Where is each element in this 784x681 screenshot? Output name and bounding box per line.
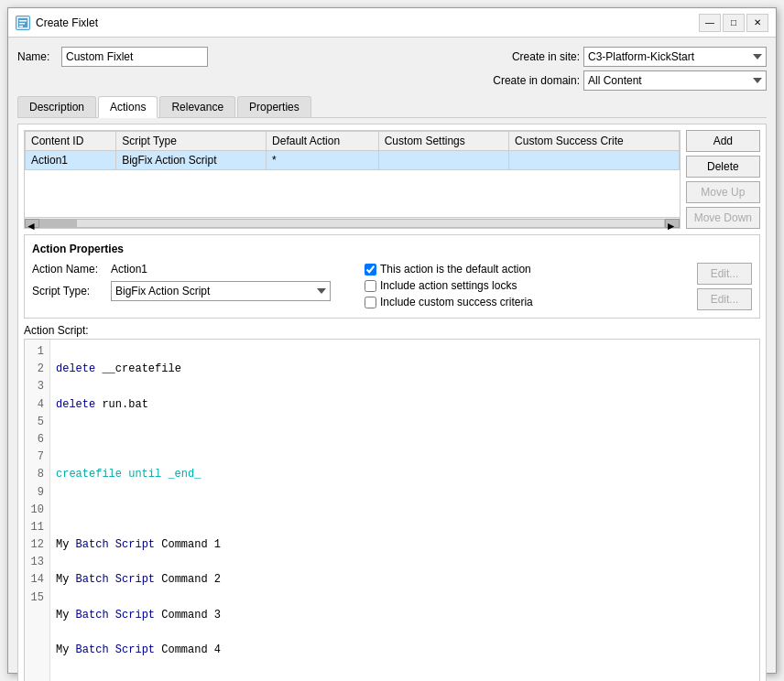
settings-locks-row: Include action settings locks — [365, 279, 688, 292]
name-input[interactable] — [61, 47, 208, 67]
script-content: 1 2 3 4 5 6 7 8 9 10 11 12 13 — [25, 340, 759, 681]
script-line-7: My Batch Script Command 2 — [56, 571, 754, 589]
props-inner: Action Name: Action1 Script Type: BigFix… — [32, 263, 752, 310]
settings-locks-label: Include action settings locks — [380, 279, 517, 292]
tab-description[interactable]: Description — [17, 96, 96, 117]
default-action-row: This action is the default action — [365, 263, 688, 276]
script-type-label: Script Type: — [32, 285, 105, 297]
line-numbers: 1 2 3 4 5 6 7 8 9 10 11 12 13 — [25, 340, 50, 681]
action-name-value: Action1 — [111, 263, 147, 276]
actions-table-area: Content ID Script Type Default Action Cu… — [24, 130, 760, 229]
scroll-right-btn[interactable]: ► — [665, 219, 680, 228]
move-up-button[interactable]: Move Up — [686, 181, 760, 203]
window-icon — [16, 16, 30, 30]
col-content-id: Content ID — [26, 132, 116, 151]
script-type-select[interactable]: BigFix Action Script AppleScript Shell S… — [111, 281, 331, 301]
cell-custom-settings — [378, 151, 508, 170]
hscroll-track[interactable] — [39, 219, 665, 228]
svg-rect-3 — [19, 26, 23, 27]
svg-rect-2 — [19, 23, 25, 25]
action-properties-title: Action Properties — [32, 243, 752, 255]
top-row: Name: Create in site: C3-Platform-KickSt… — [17, 47, 767, 91]
action-name-label: Action Name: — [32, 263, 105, 276]
side-buttons: Add Delete Move Up Move Down — [686, 130, 760, 229]
site-domain-area: Create in site: C3-Platform-KickStart Cr… — [488, 47, 767, 91]
create-in-domain-label: Create in domain: — [488, 74, 580, 87]
cell-custom-success — [509, 151, 680, 170]
script-line-9: My Batch Script Command 4 — [56, 642, 754, 659]
table-row[interactable]: Action1 BigFix Action Script * — [26, 151, 680, 170]
script-text[interactable]: delete __createfile delete run.bat creat… — [50, 340, 759, 681]
main-panel: Content ID Script Type Default Action Cu… — [17, 124, 767, 681]
script-line-5 — [56, 502, 754, 519]
create-in-site-label: Create in site: — [488, 50, 580, 63]
script-line-3 — [56, 431, 754, 449]
success-criteria-label: Include custom success criteria — [380, 296, 533, 308]
title-bar: Create Fixlet — □ ✕ — [8, 8, 776, 38]
tab-bar: Description Actions Relevance Properties — [17, 96, 767, 118]
cell-script-type: BigFix Action Script — [116, 151, 267, 170]
edit-button-1[interactable]: Edit... — [697, 263, 752, 285]
maximize-button[interactable]: □ — [723, 14, 745, 32]
success-criteria-checkbox[interactable] — [365, 297, 376, 308]
col-script-type: Script Type — [116, 132, 267, 151]
action-script-label: Action Script: — [24, 324, 760, 337]
hscroll-thumb — [40, 220, 77, 227]
script-line-4: createfile until _end_ — [56, 466, 754, 483]
name-label: Name: — [17, 50, 54, 63]
script-line-10 — [56, 677, 754, 681]
props-edit-buttons: Edit... Edit... — [697, 263, 752, 310]
props-left: Action Name: Action1 Script Type: BigFix… — [32, 263, 355, 310]
main-window: Create Fixlet — □ ✕ Name: Create in site… — [7, 7, 777, 674]
action-properties: Action Properties Action Name: Action1 S… — [24, 234, 760, 319]
delete-button[interactable]: Delete — [686, 156, 760, 178]
default-action-label: This action is the default action — [380, 263, 531, 276]
default-action-checkbox[interactable] — [365, 264, 376, 276]
script-editor[interactable]: 1 2 3 4 5 6 7 8 9 10 11 12 13 — [24, 339, 760, 681]
settings-locks-checkbox[interactable] — [365, 280, 376, 292]
title-bar-controls: — □ ✕ — [699, 14, 768, 32]
tab-actions[interactable]: Actions — [98, 96, 158, 118]
table-wrapper: Content ID Script Type Default Action Cu… — [24, 130, 681, 229]
window-title: Create Fixlet — [36, 16, 98, 29]
success-criteria-row: Include custom success criteria — [365, 296, 688, 308]
add-button[interactable]: Add — [686, 130, 760, 152]
close-button[interactable]: ✕ — [746, 14, 768, 32]
tab-relevance[interactable]: Relevance — [159, 96, 235, 117]
domain-select[interactable]: All Content — [583, 70, 767, 91]
site-row: Create in site: C3-Platform-KickStart — [488, 47, 767, 67]
scroll-left-btn[interactable]: ◄ — [25, 219, 39, 228]
script-line-2: delete run.bat — [56, 396, 754, 414]
table-hscrollbar[interactable]: ◄ ► — [25, 217, 680, 228]
cell-content-id: Action1 — [26, 151, 116, 170]
col-custom-settings: Custom Settings — [378, 132, 508, 151]
col-custom-success: Custom Success Crite — [509, 132, 680, 151]
script-line-6: My Batch Script Command 1 — [56, 536, 754, 554]
tab-properties[interactable]: Properties — [237, 96, 311, 117]
actions-table: Content ID Script Type Default Action Cu… — [25, 131, 680, 170]
domain-row: Create in domain: All Content — [488, 70, 767, 91]
action-name-row: Action Name: Action1 — [32, 263, 355, 276]
site-select[interactable]: C3-Platform-KickStart — [583, 47, 767, 67]
minimize-button[interactable]: — — [699, 14, 721, 32]
name-row: Name: — [17, 47, 208, 67]
cell-default-action: * — [267, 151, 379, 170]
move-down-button[interactable]: Move Down — [686, 207, 760, 229]
script-line-8: My Batch Script Command 3 — [56, 607, 754, 624]
props-right: This action is the default action Includ… — [365, 263, 688, 310]
script-type-row: Script Type: BigFix Action Script AppleS… — [32, 281, 355, 301]
window-content: Name: Create in site: C3-Platform-KickSt… — [8, 38, 776, 681]
title-bar-left: Create Fixlet — [16, 16, 98, 30]
svg-rect-1 — [19, 20, 27, 22]
script-line-1: delete __createfile — [56, 361, 754, 378]
edit-button-2[interactable]: Edit... — [697, 288, 752, 310]
col-default-action: Default Action — [267, 132, 379, 151]
action-script-area: Action Script: 1 2 3 4 5 6 7 8 9 — [24, 324, 760, 681]
